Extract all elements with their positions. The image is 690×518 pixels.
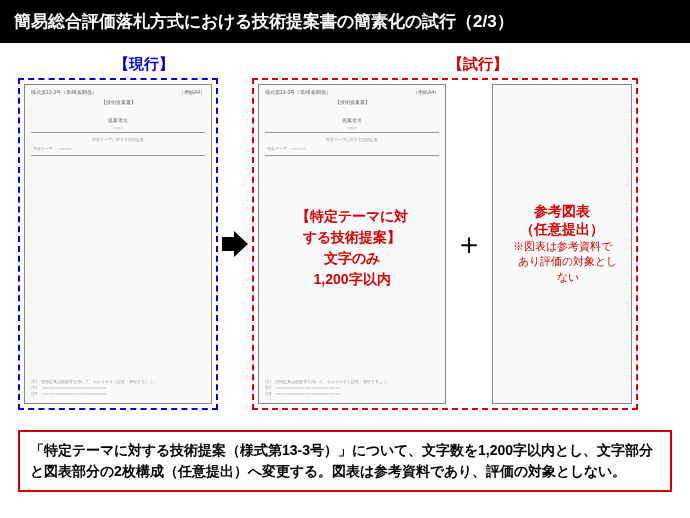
label-trial: 【試行】 xyxy=(284,55,672,74)
doc-form-no: 様式第13-3号（第48条関係） xyxy=(31,89,97,95)
trial-group: 様式第13-3号（第48条関係） （用紙A4） 【技術提案書】 提案者名 ○○○… xyxy=(252,78,638,410)
doc-current-title: 【技術提案書】 xyxy=(25,97,211,111)
doc-trial-a-header: 様式第13-3号（第48条関係） （用紙A4） xyxy=(259,85,445,97)
trial-a-l4: 1,200字以内 xyxy=(313,269,390,290)
current-group: 様式第13-3号（第48条関係） （用紙A4） 【技術提案書】 提案者名 ○○○… xyxy=(18,78,218,410)
arrow-icon xyxy=(218,229,252,259)
doc-trial-a-sub: 提案者名 xyxy=(259,111,445,125)
labels-row: 【現行】 【試行】 xyxy=(18,55,672,74)
panels-row: 様式第13-3号（第48条関係） （用紙A4） 【技術提案書】 提案者名 ○○○… xyxy=(18,78,672,410)
doc-trial-a-body: 【特定テーマに対 する技術提案】 文字のみ 1,200字以内 xyxy=(259,158,445,338)
doc-trial-a-hr2 xyxy=(265,155,439,156)
trial-a-l2: する技術提案】 xyxy=(303,227,401,248)
doc-trial-a: 様式第13-3号（第48条関係） （用紙A4） 【技術提案書】 提案者名 ○○○… xyxy=(258,84,446,404)
doc-current-sub: 提案者名 xyxy=(25,111,211,125)
doc-trial-a-form-no: 様式第13-3号（第48条関係） xyxy=(265,89,331,95)
doc-trial-a-section2: 特定テーマ：○○○○○○ xyxy=(259,144,445,153)
doc-trial-a-hr1 xyxy=(265,132,439,133)
doc-trial-a-section: 特定テーマに対する技術提案 xyxy=(259,135,445,144)
trial-b-note1: ※図表は参考資料で xyxy=(507,239,618,254)
page-title: 簡易総合評価落札方式における技術提案書の簡素化の試行（2/3） xyxy=(0,0,690,43)
summary-box: 「特定テーマに対する技術提案（様式第13-3号）」について、文字数を1,200字… xyxy=(18,430,672,492)
main-content: 【現行】 【試行】 様式第13-3号（第48条関係） （用紙A4） 【技術提案書… xyxy=(0,43,690,420)
doc-current-foot: 注1 技術提案は図面等を用いて、わかりやすく記述・表現すること。 注2 ○○○○… xyxy=(31,379,205,397)
doc-hr1 xyxy=(31,132,205,133)
doc-trial-a-line1: ○○○○ xyxy=(259,125,445,130)
doc-current-line1: ○○○○ xyxy=(25,125,211,130)
trial-a-l3: 文字のみ xyxy=(324,248,380,269)
doc-paper-size: （用紙A4） xyxy=(179,89,205,95)
trial-b-note3: ない xyxy=(540,270,585,285)
doc-current-section: 特定テーマに対する技術提案 xyxy=(25,135,211,144)
doc-trial-a-foot: 注1 技術提案は図面等を用いて、わかりやすく記述・表現すること。 注2 ○○○○… xyxy=(265,379,439,397)
doc-current-section2: 特定テーマ：○○○○○○ xyxy=(25,144,211,153)
doc-current-header: 様式第13-3号（第48条関係） （用紙A4） xyxy=(25,85,211,97)
doc-hr2 xyxy=(31,155,205,156)
label-current: 【現行】 xyxy=(44,55,244,74)
doc-current: 様式第13-3号（第48条関係） （用紙A4） 【技術提案書】 提案者名 ○○○… xyxy=(24,84,212,404)
trial-b-title: 参考図表 xyxy=(534,203,590,221)
doc-trial-a-paper-size: （用紙A4） xyxy=(413,89,439,95)
doc-trial-a-title: 【技術提案書】 xyxy=(259,97,445,111)
doc-trial-b: 参考図表 （任意提出） ※図表は参考資料で あり評価の対象とし ない xyxy=(492,84,632,404)
trial-a-l1: 【特定テーマに対 xyxy=(296,206,408,227)
plus-icon: ＋ xyxy=(452,224,486,265)
trial-b-note2: あり評価の対象とし xyxy=(501,254,623,269)
doc-current-body xyxy=(25,158,211,338)
trial-b-sub1: （任意提出） xyxy=(520,221,604,239)
